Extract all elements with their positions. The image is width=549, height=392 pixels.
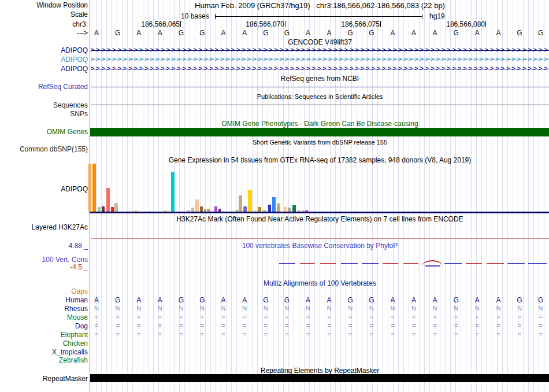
gtex-bar[interactable]: [292, 205, 296, 212]
track-label-adipoq-2[interactable]: ADIPOQ: [0, 56, 88, 64]
human-base-letter: G: [454, 297, 459, 304]
species-label-chicken[interactable]: Chicken: [0, 340, 88, 347]
phylop-dash[interactable]: [279, 263, 295, 264]
gtex-bar[interactable]: [248, 190, 252, 212]
gtex-bar[interactable]: [204, 209, 206, 212]
gtex-bar[interactable]: [207, 209, 210, 212]
gencode-transcript-2[interactable]: >>>>>>>>>>>>>>>>>>>>>>>>>>>>>>>>>>>>>>>>…: [91, 57, 549, 62]
gtex-bar[interactable]: [214, 206, 217, 212]
multiz-elephant-mark: =: [137, 331, 140, 338]
gtex-bar[interactable]: [92, 164, 96, 212]
multiz-dog-mark: =: [179, 323, 183, 329]
gtex-baseline[interactable]: [90, 212, 549, 213]
h3k27ac-title[interactable]: H3K27Ac Mark (Often Found Near Active Re…: [91, 216, 549, 223]
multiz-elephant-mark: =: [476, 331, 479, 338]
phylop-dash[interactable]: [320, 263, 336, 264]
phylop-dash[interactable]: [383, 263, 398, 264]
gtex-bar[interactable]: [284, 207, 287, 212]
phylop-dash[interactable]: [300, 263, 315, 264]
gtex-bar[interactable]: [272, 197, 276, 212]
multiz-elephant-mark: =: [201, 331, 204, 338]
gtex-bar[interactable]: [258, 207, 261, 212]
omim-genes-bar[interactable]: [90, 128, 549, 136]
gtex-bar[interactable]: [98, 207, 101, 212]
gtex-bar[interactable]: [236, 210, 238, 212]
gtex-bar[interactable]: [239, 195, 242, 212]
multiz-elephant-mark: =: [243, 331, 246, 338]
phylop-dash[interactable]: [403, 263, 418, 264]
gtex-bar[interactable]: [265, 210, 266, 212]
phylop-title[interactable]: 100 vertebrates Basewise Conservation by…: [91, 242, 549, 250]
species-label-gaps[interactable]: Gaps: [0, 288, 88, 295]
track-label-repeatmasker[interactable]: RepeatMasker: [0, 375, 88, 383]
multiz-mouse-mark: =: [243, 314, 246, 320]
gtex-bar[interactable]: [288, 208, 291, 212]
species-label-elephant[interactable]: Elephant: [0, 331, 88, 339]
gtex-bar[interactable]: [200, 206, 203, 212]
track-label-omim-genes[interactable]: OMIM Genes: [0, 128, 88, 136]
gtex-bar[interactable]: [210, 210, 212, 212]
gtex-bar[interactable]: [243, 206, 247, 212]
refseq-title[interactable]: RefSeq genes from NCBI: [91, 75, 549, 83]
track-label-sequences[interactable]: Sequences: [0, 102, 88, 109]
track-label-layered-h3k27ac[interactable]: Layered H3K27Ac: [0, 224, 88, 231]
track-label-snps[interactable]: SNPs: [0, 110, 88, 118]
phylop-dash[interactable]: [487, 263, 504, 264]
gtex-bar[interactable]: [302, 210, 304, 212]
sequences-line[interactable]: [91, 105, 549, 105]
species-label-mouse[interactable]: Mouse: [0, 314, 88, 321]
gtex-bar[interactable]: [88, 164, 91, 212]
dbsnp-title[interactable]: Short Genetic Variants from dbSNP releas…: [91, 139, 549, 146]
phylop-peak-underline[interactable]: [425, 265, 440, 267]
gtex-bar[interactable]: [277, 204, 280, 212]
h3k27ac-baseline[interactable]: [91, 238, 549, 239]
gtex-bar[interactable]: [254, 210, 257, 212]
gtex-title[interactable]: Gene Expression in 54 tissues from GTEx …: [91, 157, 549, 164]
track-label-gtex-adipoq[interactable]: ADIPOQ: [0, 186, 88, 193]
base-letter: A: [475, 29, 480, 36]
human-base-letter: G: [369, 297, 374, 304]
gtex-bar[interactable]: [298, 210, 300, 212]
track-label-adipoq-1[interactable]: ADIPOQ: [0, 47, 88, 54]
phylop-dash[interactable]: [507, 263, 525, 264]
gtex-bar[interactable]: [171, 172, 175, 212]
multiz-mouse-mark: =: [137, 314, 140, 320]
multiz-dog-mark: =: [137, 323, 140, 329]
multiz-mouse-mark: =: [264, 314, 268, 320]
gtex-bar[interactable]: [135, 210, 137, 212]
gtex-bar[interactable]: [114, 203, 118, 212]
phylop-dash[interactable]: [528, 263, 547, 264]
phylop-dash[interactable]: [362, 263, 379, 264]
gencode-title[interactable]: GENCODE V49lift37: [91, 39, 549, 46]
gtex-bar[interactable]: [102, 206, 105, 212]
phylop-dash[interactable]: [341, 263, 358, 264]
gencode-transcript-3[interactable]: >>>>>>>>>>>>>>>>>>>>>>>>>>>>>>>>>>>>>>>>…: [91, 66, 549, 72]
species-label-dog[interactable]: Dog: [0, 323, 88, 330]
species-label-zebrafish[interactable]: Zebrafish: [0, 357, 88, 364]
multiz-title[interactable]: Multiz Alignments of 100 Vertebrates: [91, 280, 549, 287]
species-label-human[interactable]: Human: [0, 297, 88, 304]
gtex-bar[interactable]: [195, 199, 199, 212]
repeatmasker-bar[interactable]: [90, 374, 549, 382]
track-label-refseq-curated[interactable]: RefSeq Curated: [0, 83, 88, 91]
phylop-dash[interactable]: [466, 263, 482, 264]
gtex-bar[interactable]: [187, 210, 190, 212]
gtex-bar[interactable]: [191, 208, 194, 212]
gtex-bar[interactable]: [268, 205, 271, 212]
omim-title[interactable]: OMIM Gene Phenotypes - Dark Green Can Be…: [91, 120, 549, 128]
human-base-letter: A: [158, 297, 162, 304]
track-label-common-dbsnp[interactable]: Common dbSNP(155): [0, 146, 88, 153]
gtex-bar[interactable]: [111, 207, 114, 212]
track-label-adipoq-3[interactable]: ADIPOQ: [0, 65, 88, 73]
gtex-bar[interactable]: [106, 188, 110, 212]
phylop-dash[interactable]: [444, 263, 462, 264]
gencode-transcript-1[interactable]: >>>>>>>>>>>>>>>>>>>>>>>>>>>>>>>>>>>>>>>>…: [91, 47, 549, 53]
gtex-bar[interactable]: [218, 209, 221, 212]
species-label-x-tropicalis[interactable]: X_tropicalis: [0, 349, 88, 356]
window-position-label: Window Position: [0, 2, 88, 9]
refseq-curated-line[interactable]: [91, 87, 549, 87]
species-label-rhesus[interactable]: Rhesus: [0, 305, 88, 313]
publications-title[interactable]: Publications: Sequences in Scientific Ar…: [91, 93, 549, 101]
gtex-bar[interactable]: [305, 210, 308, 212]
gtex-bar[interactable]: [164, 210, 166, 212]
